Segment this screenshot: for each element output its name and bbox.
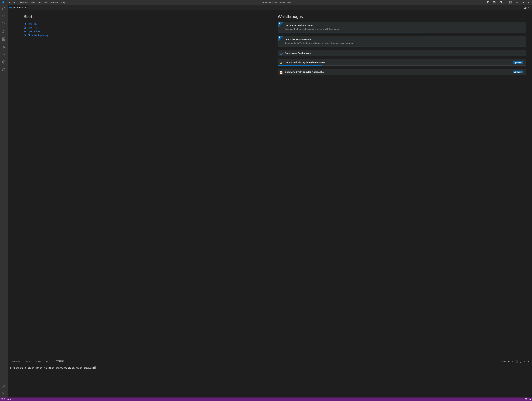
status-warnings-count: 0 xyxy=(10,398,11,400)
svg-marker-19 xyxy=(3,30,5,33)
kill-terminal-icon[interactable] xyxy=(519,360,522,363)
walkthroughs-section: Walkthroughs Get Started with VS Code Di… xyxy=(278,14,526,355)
status-errors[interactable]: 0 xyxy=(0,397,6,401)
more-actions-icon[interactable] xyxy=(528,6,530,9)
walkthrough-productivity[interactable]: Boost your Productivity xyxy=(278,50,526,56)
walkthrough-jupyter[interactable]: Get started with Jupyter Notebooks Updat… xyxy=(278,69,526,75)
panel-actions: cmd xyxy=(499,360,530,363)
activity-azure-icon[interactable] xyxy=(0,43,8,50)
walkthrough-get-started[interactable]: Get Started with VS Code Discover the be… xyxy=(278,22,526,33)
start-link-label: Open File... xyxy=(28,26,39,29)
activity-bar xyxy=(0,5,8,397)
menu-file[interactable]: File xyxy=(5,0,12,5)
minimize-button[interactable] xyxy=(514,0,520,5)
new-terminal-icon[interactable] xyxy=(507,360,510,363)
svg-rect-5 xyxy=(501,2,502,3)
walkthrough-title-row: Get started with Jupyter Notebooks Updat… xyxy=(285,70,523,73)
svg-point-18 xyxy=(4,24,5,24)
menu-go[interactable]: Go xyxy=(37,0,42,5)
walkthroughs-heading: Walkthroughs xyxy=(278,14,526,19)
activity-source-control-icon[interactable] xyxy=(0,20,8,28)
svg-rect-8 xyxy=(509,3,510,3)
activity-accounts-icon[interactable] xyxy=(0,382,8,390)
walkthrough-progress xyxy=(278,32,526,33)
menu-run[interactable]: Run xyxy=(42,0,49,5)
maximize-button[interactable] xyxy=(520,0,526,5)
activity-search-icon[interactable] xyxy=(0,13,8,20)
walkthrough-title: Get started with Jupyter Notebooks xyxy=(285,71,511,73)
svg-point-25 xyxy=(2,61,5,63)
tab-get-started[interactable]: Get Started xyxy=(8,5,28,10)
layout-sidebar-right-icon[interactable] xyxy=(498,0,504,5)
vscode-logo-icon xyxy=(0,1,5,4)
svg-point-36 xyxy=(24,34,24,35)
terminal[interactable]: C:\Users>git clone https://github.com/de… xyxy=(8,364,532,397)
tab-close-icon[interactable] xyxy=(24,6,27,9)
menu-terminal[interactable]: Terminal xyxy=(49,0,60,5)
svg-point-14 xyxy=(3,15,4,17)
status-feedback-icon[interactable] xyxy=(524,397,528,401)
split-editor-icon[interactable] xyxy=(524,6,527,9)
star-badge xyxy=(278,22,284,28)
walkthrough-title: Get Started with VS Code xyxy=(285,24,523,27)
graduation-cap-icon xyxy=(279,52,283,56)
activity-remote-icon[interactable] xyxy=(0,50,8,58)
menu-edit[interactable]: Edit xyxy=(12,0,18,5)
close-button[interactable] xyxy=(526,0,531,5)
window-controls xyxy=(514,0,531,5)
get-started-page: Start New File... Open File... xyxy=(8,10,532,359)
customize-layout-icon[interactable] xyxy=(507,0,513,5)
svg-point-16 xyxy=(3,22,3,23)
start-clone-repo[interactable]: Clone Git Repository... xyxy=(24,33,271,37)
layout-sidebar-left-icon[interactable] xyxy=(485,0,491,5)
editor-tabs: Get Started xyxy=(8,5,532,10)
tab-label: Get Started xyxy=(13,6,23,9)
svg-point-27 xyxy=(3,393,4,394)
svg-rect-7 xyxy=(511,1,512,2)
workbench: Get Started Start xyxy=(0,5,532,397)
walkthrough-title: Boost your Productivity xyxy=(285,52,523,54)
status-warnings[interactable]: 0 xyxy=(6,397,12,401)
window-title: Get Started - Visual Studio Code xyxy=(67,1,485,4)
start-open-folder[interactable]: Open Folder... xyxy=(24,30,271,33)
activity-stack-icon[interactable] xyxy=(0,66,8,73)
activity-run-debug-icon[interactable] xyxy=(0,28,8,35)
start-open-file[interactable]: Open File... xyxy=(24,26,271,30)
svg-rect-3 xyxy=(493,3,495,3)
maximize-panel-icon[interactable] xyxy=(523,360,526,363)
panel-tab-terminal[interactable]: TERMINAL xyxy=(56,360,65,363)
terminal-shell-selector[interactable]: cmd xyxy=(499,360,506,363)
menu-help[interactable]: Help xyxy=(60,0,67,5)
menu-selection[interactable]: Selection xyxy=(18,0,29,5)
svg-point-35 xyxy=(530,7,530,8)
walkthrough-desc: Jump right into VS Code and get an overv… xyxy=(285,42,523,44)
start-heading: Start xyxy=(24,14,271,19)
svg-rect-32 xyxy=(525,7,526,8)
status-notifications-icon[interactable] xyxy=(528,397,532,401)
svg-rect-6 xyxy=(509,1,510,2)
menu-view[interactable]: View xyxy=(29,0,37,5)
panel-tab-debug-console[interactable]: DEBUG CONSOLE xyxy=(35,361,52,363)
split-terminal-icon[interactable] xyxy=(515,360,518,363)
activity-testing-icon[interactable] xyxy=(0,58,8,66)
panel-tab-output[interactable]: OUTPUT xyxy=(24,361,32,363)
activity-extensions-icon[interactable] xyxy=(0,35,8,43)
panel-tab-problems[interactable]: PROBLEMS xyxy=(10,361,20,363)
walkthrough-python[interactable]: Get started with Python development Upda… xyxy=(278,59,526,66)
activity-settings-icon[interactable] xyxy=(0,390,8,397)
python-icon xyxy=(279,61,283,65)
editor-actions xyxy=(524,5,532,10)
walkthrough-fundamentals[interactable]: Learn the Fundamentals Jump right into V… xyxy=(278,36,526,47)
updated-badge: Updated xyxy=(513,61,523,64)
svg-rect-23 xyxy=(4,39,5,41)
layout-panel-bottom-icon[interactable] xyxy=(492,0,497,5)
folder-open-icon xyxy=(24,30,26,33)
activity-explorer-icon[interactable] xyxy=(0,5,8,13)
jupyter-icon xyxy=(279,71,283,74)
start-new-file[interactable]: New File... xyxy=(24,22,271,26)
walkthrough-progress xyxy=(278,47,526,47)
terminal-cursor xyxy=(94,367,96,369)
close-panel-icon[interactable] xyxy=(527,360,530,363)
start-link-label: Clone Git Repository... xyxy=(28,34,50,37)
terminal-launch-profile-icon[interactable] xyxy=(512,360,514,363)
